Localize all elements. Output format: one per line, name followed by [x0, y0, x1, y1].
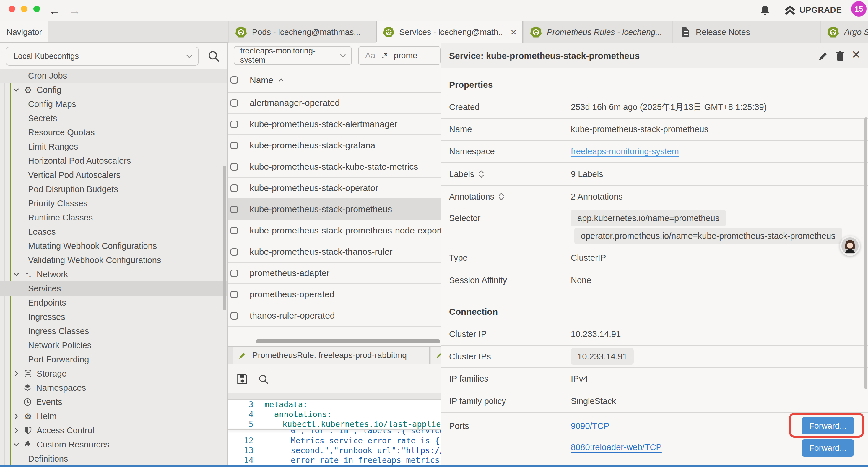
bell-icon[interactable] [759, 4, 772, 17]
table-row[interactable]: kube-prometheus-stack-operator [228, 178, 441, 199]
assistant-avatar[interactable] [840, 236, 860, 256]
table-row[interactable]: kube-prometheus-stack-prometheus-node-ex… [228, 220, 441, 241]
edit-pencil-icon[interactable] [817, 50, 829, 62]
sidebar-section-network[interactable]: ↑↓ Network [0, 267, 227, 282]
code-link[interactable]: https://net [406, 446, 441, 455]
editor-tab-partial[interactable] [431, 347, 441, 364]
sidebar-item-secrets[interactable]: Secrets [0, 111, 227, 125]
row-checkbox[interactable] [230, 121, 238, 128]
sidebar-section-access-control[interactable]: Access Control [0, 423, 227, 437]
sidebar-item-network-policies[interactable]: Network Policies [0, 338, 227, 352]
table-row[interactable]: alertmanager-operated [228, 92, 441, 114]
expander-icon[interactable] [478, 170, 484, 178]
namespace-select[interactable]: freeleaps-monitoring-system [234, 46, 352, 65]
sidebar-item-pod-disruption-budgets[interactable]: Pod Disruption Budgets [0, 182, 227, 196]
sort-ascending-icon[interactable] [278, 77, 284, 83]
upgrade-double-chevron-icon[interactable] [783, 4, 797, 18]
sidebar-scrollbar[interactable] [223, 166, 226, 310]
table-row[interactable]: kube-prometheus-stack-grafana [228, 135, 441, 156]
regex-toggle[interactable]: .* [382, 51, 387, 60]
sidebar-item-mutating-webhook-configurations[interactable]: Mutating Webhook Configurations [0, 239, 227, 253]
notification-count-badge[interactable]: 15 [851, 1, 867, 17]
sidebar-item-services[interactable]: Services [0, 282, 227, 296]
clock-icon [23, 398, 32, 406]
table-row[interactable]: kube-prometheus-stack-thanos-ruler [228, 241, 441, 263]
sidebar-item-config-maps[interactable]: Config Maps [0, 97, 227, 111]
sidebar-item-limit-ranges[interactable]: Limit Ranges [0, 140, 227, 154]
yaml-editor[interactable]: 3metadata: 4annotations: 5kubectl.kubern… [228, 400, 441, 467]
sidebar-item-ingresses[interactable]: Ingresses [0, 310, 227, 324]
delete-trash-icon[interactable] [834, 50, 846, 62]
sidebar-item-leases[interactable]: Leases [0, 225, 227, 239]
property-row-ip-families: IP families IPv4 [441, 372, 868, 386]
search-icon[interactable] [207, 49, 220, 63]
name-filter-input[interactable]: Aa .* prome [358, 46, 441, 65]
table-row[interactable]: prometheus-adapter [228, 263, 441, 284]
sidebar-item-events[interactable]: Events [0, 395, 227, 409]
row-checkbox[interactable] [230, 142, 238, 149]
horizontal-scrollbar[interactable] [256, 339, 440, 343]
sidebar-item-port-forwarding[interactable]: Port Forwarding [0, 352, 227, 367]
sidebar-item-horizontal-pod-autoscalers[interactable]: Horizontal Pod Autoscalers [0, 154, 227, 168]
match-case-toggle[interactable]: Aa [365, 51, 375, 60]
minimize-window-button[interactable] [21, 6, 28, 12]
sidebar-item-cron-jobs[interactable]: Cron Jobs [0, 68, 227, 83]
table-row[interactable]: kube-prometheus-stack-alertmanager [228, 114, 441, 135]
port-link-8080[interactable]: 8080:reloader-web/TCP [571, 440, 662, 454]
close-tab-icon[interactable]: × [510, 26, 517, 38]
sidebar-item-namespaces[interactable]: Namespaces [0, 381, 227, 395]
row-checkbox[interactable] [230, 99, 238, 107]
row-checkbox[interactable] [230, 269, 238, 277]
maximize-window-button[interactable] [33, 6, 40, 12]
sidebar-section-custom-resources[interactable]: Custom Resources [0, 437, 227, 451]
table-row[interactable]: kube-prometheus-stack-kube-state-metrics [228, 156, 441, 178]
upgrade-button[interactable]: UPGRADE [800, 5, 842, 15]
row-checkbox[interactable] [230, 163, 238, 171]
table-row[interactable]: prometheus-operated [228, 284, 441, 305]
sidebar-item-vertical-pod-autoscalers[interactable]: Vertical Pod Autoscalers [0, 168, 227, 182]
sidebar-item-resource-quotas[interactable]: Resource Quotas [0, 125, 227, 140]
row-checkbox[interactable] [230, 291, 238, 298]
tab-argo[interactable]: Argo Se [821, 21, 868, 43]
row-checkbox[interactable] [230, 312, 238, 320]
tab-services-active[interactable]: Services - icecheng@math... × [376, 21, 523, 43]
sidebar-item-validating-webhook-configurations[interactable]: Validating Webhook Configurations [0, 253, 227, 267]
sidebar-section-storage[interactable]: Storage [0, 367, 227, 381]
kubeconfig-select[interactable]: Local Kubeconfigs [6, 47, 198, 66]
properties-heading: Properties [449, 78, 493, 92]
row-checkbox[interactable] [230, 206, 238, 213]
pencil-icon [238, 351, 247, 360]
row-checkbox[interactable] [230, 248, 238, 256]
forward-arrow-icon[interactable]: → [69, 2, 81, 19]
tab-pods[interactable]: Pods - icecheng@mathmas... [229, 21, 376, 43]
chevron-down-icon [13, 87, 20, 93]
sidebar-item-ingress-classes[interactable]: Ingress Classes [0, 324, 227, 338]
sidebar-item-endpoints[interactable]: Endpoints [0, 296, 227, 310]
table-row-selected[interactable]: kube-prometheus-stack-prometheus [228, 199, 441, 220]
navigator-panel-tab[interactable]: Navigator [0, 21, 48, 43]
sidebar-section-helm[interactable]: ☸ Helm [0, 409, 227, 423]
select-all-checkbox[interactable] [230, 76, 238, 84]
column-header-name[interactable]: Name [250, 75, 273, 85]
close-panel-icon[interactable]: ✕ [851, 48, 861, 61]
sidebar-item-priority-classes[interactable]: Priority Classes [0, 196, 227, 210]
forward-port-button-2[interactable]: Forward... [802, 439, 854, 457]
expander-icon[interactable] [498, 192, 504, 201]
panel-scrollbar[interactable] [864, 117, 867, 389]
table-header: Name [228, 68, 441, 92]
editor-tab-prometheusrule[interactable]: PrometheusRule: freeleaps-prod-rabbitmq [233, 347, 430, 364]
port-link-9090[interactable]: 9090/TCP [571, 419, 610, 433]
tab-prometheus-rules[interactable]: Prometheus Rules - icecheng... [524, 21, 673, 43]
sidebar-item-runtime-classes[interactable]: Runtime Classes [0, 210, 227, 225]
back-arrow-icon[interactable]: ← [49, 2, 61, 19]
close-window-button[interactable] [8, 6, 15, 12]
sidebar-item-definitions[interactable]: Definitions [0, 451, 227, 466]
save-icon[interactable] [236, 372, 249, 385]
row-checkbox[interactable] [230, 184, 238, 192]
row-checkbox[interactable] [230, 227, 238, 234]
tab-release-notes[interactable]: Release Notes [673, 21, 820, 43]
table-row[interactable]: thanos-ruler-operated [228, 305, 441, 327]
namespace-link[interactable]: freeleaps-monitoring-system [571, 144, 679, 158]
search-icon[interactable] [258, 373, 270, 385]
sidebar-section-config[interactable]: ⚙ Config [0, 83, 227, 97]
